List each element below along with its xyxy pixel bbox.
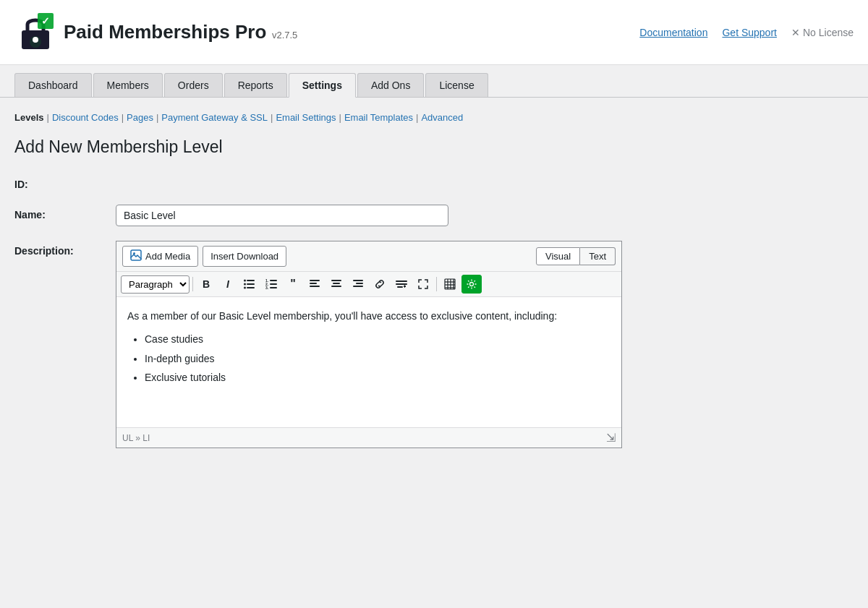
svg-rect-29 bbox=[396, 283, 407, 285]
toolbar-blockquote-button[interactable]: " bbox=[283, 275, 303, 294]
editor-top-bar: Add Media Insert Download Visual Text bbox=[116, 241, 621, 272]
svg-rect-17 bbox=[270, 283, 277, 285]
tab-addons[interactable]: Add Ons bbox=[357, 73, 424, 97]
plugin-logo: ✓ bbox=[14, 12, 56, 53]
svg-point-9 bbox=[244, 287, 246, 289]
svg-rect-32 bbox=[404, 286, 406, 287]
sub-nav-levels[interactable]: Levels bbox=[14, 112, 43, 123]
svg-rect-28 bbox=[396, 281, 407, 282]
toolbar-fullscreen-button[interactable] bbox=[413, 275, 433, 294]
toolbar-link-button[interactable] bbox=[370, 275, 390, 294]
toolbar-bold-button[interactable]: B bbox=[196, 275, 216, 294]
get-support-link[interactable]: Get Support bbox=[722, 27, 777, 38]
sep-5: | bbox=[339, 112, 341, 123]
sub-nav-pages[interactable]: Pages bbox=[127, 112, 153, 123]
svg-rect-30 bbox=[397, 286, 403, 288]
svg-point-40 bbox=[470, 283, 474, 286]
svg-rect-11 bbox=[247, 283, 255, 285]
insert-download-label: Insert Download bbox=[210, 251, 278, 262]
version-badge: v2.7.5 bbox=[272, 30, 297, 40]
name-input[interactable] bbox=[116, 205, 448, 226]
editor-resize-handle[interactable]: ⇲ bbox=[606, 431, 616, 445]
content-paragraph: As a member of our Basic Level membershi… bbox=[127, 308, 610, 324]
logo-area: ✓ Paid Memberships Pro v2.7.5 bbox=[14, 12, 297, 53]
add-media-button[interactable]: Add Media bbox=[122, 246, 198, 267]
sep-2: | bbox=[122, 112, 124, 123]
svg-rect-22 bbox=[331, 280, 341, 281]
editor-view-tabs: Visual Text bbox=[536, 247, 616, 265]
sub-nav-advanced[interactable]: Advanced bbox=[421, 112, 463, 123]
toolbar-sep-1 bbox=[192, 277, 193, 291]
add-media-label: Add Media bbox=[145, 251, 190, 262]
tab-license[interactable]: License bbox=[425, 73, 488, 97]
toolbar-align-left-button[interactable] bbox=[305, 275, 325, 294]
list-item-2: In-depth guides bbox=[145, 351, 610, 367]
plugin-name-version: Paid Memberships Pro v2.7.5 bbox=[64, 21, 297, 43]
no-license-label: No License bbox=[803, 27, 854, 38]
tab-visual[interactable]: Visual bbox=[536, 247, 580, 265]
main-nav: Dashboard Members Orders Reports Setting… bbox=[0, 72, 868, 98]
no-license-indicator: ✕ No License bbox=[791, 27, 854, 38]
svg-rect-27 bbox=[353, 286, 363, 287]
tab-settings[interactable]: Settings bbox=[289, 73, 356, 98]
toolbar-italic-button[interactable]: I bbox=[218, 275, 238, 294]
admin-header: ✓ Paid Memberships Pro v2.7.5 Documentat… bbox=[0, 0, 868, 65]
toolbar-table-button[interactable] bbox=[440, 275, 460, 294]
sub-nav-discount-codes[interactable]: Discount Codes bbox=[52, 112, 119, 123]
add-media-icon bbox=[130, 249, 142, 263]
tab-reports[interactable]: Reports bbox=[224, 73, 287, 97]
toolbar-sep-2 bbox=[436, 277, 437, 291]
svg-point-2 bbox=[33, 37, 38, 43]
name-label: Name: bbox=[14, 205, 101, 220]
insert-download-button[interactable]: Insert Download bbox=[203, 246, 286, 267]
form-row-id: ID: bbox=[14, 174, 854, 190]
toolbar-more-button[interactable] bbox=[391, 275, 412, 294]
editor-content-area[interactable]: As a member of our Basic Level membershi… bbox=[116, 297, 621, 427]
svg-point-7 bbox=[244, 280, 246, 282]
no-license-x: ✕ bbox=[791, 27, 800, 38]
svg-rect-26 bbox=[356, 283, 363, 284]
tab-text[interactable]: Text bbox=[580, 247, 616, 265]
paragraph-select[interactable]: Paragraph bbox=[121, 275, 190, 294]
tab-members[interactable]: Members bbox=[93, 73, 163, 97]
rich-text-editor: Add Media Insert Download Visual Text P bbox=[116, 241, 622, 448]
editor-footer: UL » LI ⇲ bbox=[116, 427, 621, 448]
toolbar-ordered-list-button[interactable]: 1. 2. 3. bbox=[261, 275, 281, 294]
toolbar-align-center-button[interactable] bbox=[326, 275, 346, 294]
documentation-link[interactable]: Documentation bbox=[639, 27, 707, 38]
svg-text:✓: ✓ bbox=[41, 15, 50, 27]
svg-rect-24 bbox=[331, 286, 341, 287]
form-row-description: Description: bbox=[14, 241, 854, 448]
tab-dashboard[interactable]: Dashboard bbox=[14, 73, 92, 97]
svg-point-8 bbox=[244, 283, 246, 286]
description-field-wrap: Add Media Insert Download Visual Text P bbox=[116, 241, 622, 448]
id-label: ID: bbox=[14, 174, 101, 190]
sub-nav-email-templates[interactable]: Email Templates bbox=[344, 112, 413, 123]
editor-toolbar: Paragraph B I bbox=[116, 272, 621, 297]
svg-text:3.: 3. bbox=[265, 286, 269, 289]
content-area: Levels | Discount Codes | Pages | Paymen… bbox=[0, 98, 868, 477]
svg-rect-21 bbox=[310, 286, 320, 287]
content-list: Case studies In-depth guides Exclusive t… bbox=[145, 331, 610, 385]
tab-orders[interactable]: Orders bbox=[164, 73, 223, 97]
toolbar-unordered-list-button[interactable] bbox=[239, 275, 260, 294]
plugin-name: Paid Memberships Pro bbox=[64, 21, 266, 43]
page-title: Add New Membership Level bbox=[14, 137, 854, 157]
editor-media-buttons: Add Media Insert Download bbox=[122, 246, 286, 267]
svg-rect-25 bbox=[353, 280, 363, 281]
sep-3: | bbox=[156, 112, 158, 123]
list-item-3: Exclusive tutorials bbox=[145, 369, 610, 385]
sub-nav-payment-gateway[interactable]: Payment Gateway & SSL bbox=[161, 112, 268, 123]
sub-nav: Levels | Discount Codes | Pages | Paymen… bbox=[14, 112, 854, 123]
toolbar-gear-button[interactable] bbox=[461, 275, 482, 294]
sep-6: | bbox=[416, 112, 418, 123]
form-row-name: Name: bbox=[14, 205, 854, 226]
svg-rect-20 bbox=[310, 283, 317, 284]
svg-rect-23 bbox=[333, 283, 340, 284]
sub-nav-email-settings[interactable]: Email Settings bbox=[276, 112, 336, 123]
header-links: Documentation Get Support ✕ No License bbox=[639, 27, 854, 38]
name-field-wrap bbox=[116, 205, 622, 226]
toolbar-align-right-button[interactable] bbox=[348, 275, 368, 294]
svg-rect-18 bbox=[270, 287, 277, 288]
editor-breadcrumb: UL » LI bbox=[122, 433, 150, 443]
